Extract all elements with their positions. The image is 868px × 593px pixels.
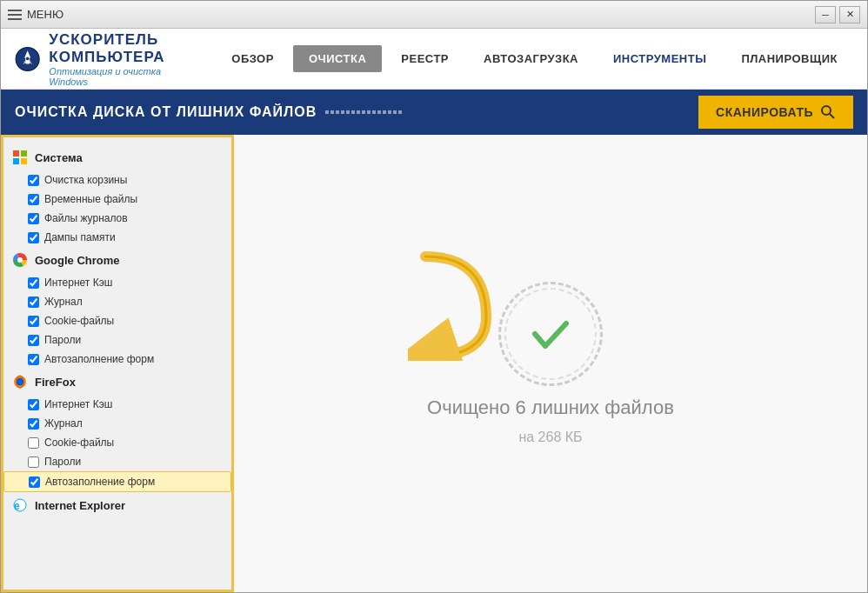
svg-rect-11 [21, 158, 27, 164]
sidebar-list[interactable]: Система Очистка корзины Временные файлы … [3, 137, 231, 590]
app-header: УСКОРИТЕЛЬ КОМПЬЮТЕРА Оптимизация и очис… [1, 29, 867, 90]
tab-clean[interactable]: ОЧИСТКА [293, 45, 382, 72]
search-icon [820, 104, 836, 120]
svg-point-5 [26, 57, 30, 60]
svg-rect-9 [21, 150, 27, 157]
chrome-icon [12, 252, 28, 268]
result-main-text: Очищено 6 лишних файлов [427, 396, 674, 419]
scan-button[interactable]: СКАНИРОВАТЬ [698, 96, 853, 129]
list-item[interactable]: Очистка корзины [3, 170, 231, 190]
checkmark-icon [524, 308, 577, 360]
svg-point-13 [17, 257, 23, 263]
close-button[interactable]: ✕ [839, 6, 860, 23]
svg-point-15 [17, 378, 24, 386]
main-content: Система Очистка корзины Временные файлы … [1, 135, 867, 592]
svg-line-7 [830, 114, 834, 118]
category-system[interactable]: Система [3, 144, 231, 170]
tab-registry[interactable]: РЕЕСТР [385, 45, 464, 72]
rocket-icon [15, 38, 40, 80]
nav-tabs: ОБЗОР ОЧИСТКА РЕЕСТР АВТОЗАГРУЗКА ИНСТРУ… [216, 45, 853, 72]
list-item[interactable]: Файлы журналов [3, 209, 231, 228]
list-item[interactable]: Cookie-файлы [3, 433, 231, 452]
list-item[interactable]: Интернет Кэш [3, 273, 231, 292]
ie-icon: e [12, 497, 28, 513]
page-title: ОЧИСТКА ДИСКА ОТ ЛИШНИХ ФАЙЛОВ [15, 104, 402, 120]
hamburger-icon[interactable] [8, 10, 22, 20]
tab-overview[interactable]: ОБЗОР [216, 45, 290, 72]
right-panel: Очищено 6 лишних файлов на 268 КБ [234, 135, 867, 592]
list-item-highlighted[interactable]: Автозаполнение форм [3, 471, 231, 492]
tab-scheduler[interactable]: ПЛАНИРОВЩИК [725, 45, 853, 72]
svg-text:e: e [14, 500, 20, 512]
list-item[interactable]: Дампы памяти [3, 228, 231, 247]
windows-icon [12, 150, 28, 165]
result-area: Очищено 6 лишних файлов на 268 КБ [427, 282, 674, 445]
list-item[interactable]: Cookie-файлы [3, 311, 231, 330]
category-chrome[interactable]: Google Chrome [3, 247, 231, 273]
category-firefox[interactable]: FireFox [3, 369, 231, 395]
minimize-button[interactable]: ─ [815, 6, 836, 23]
app-title: УСКОРИТЕЛЬ КОМПЬЮТЕРА [49, 31, 190, 66]
result-checkmark-circle [498, 282, 603, 386]
svg-point-6 [822, 106, 831, 115]
main-window: МЕНЮ ─ ✕ УСКОРИТЕЛЬ КОМПЬЮТЕРА Оптимизац… [0, 0, 868, 593]
svg-rect-10 [13, 158, 19, 164]
title-bar-left: МЕНЮ [8, 8, 63, 21]
app-subtitle: Оптимизация и очистка Windows [49, 66, 190, 87]
window-title: МЕНЮ [27, 8, 63, 21]
list-item[interactable]: Автозаполнение форм [3, 350, 231, 369]
page-header: ОЧИСТКА ДИСКА ОТ ЛИШНИХ ФАЙЛОВ СКАНИРОВА… [1, 90, 867, 135]
svg-rect-8 [13, 150, 19, 157]
title-bar: МЕНЮ ─ ✕ [1, 1, 867, 29]
title-bar-controls: ─ ✕ [815, 6, 860, 23]
tab-tools[interactable]: ИНСТРУМЕНТЫ [598, 45, 722, 72]
list-item[interactable]: Журнал [3, 292, 231, 311]
firefox-icon [12, 374, 28, 390]
list-item[interactable]: Журнал [3, 414, 231, 433]
result-sub-text: на 268 КБ [518, 430, 582, 445]
tab-autostart[interactable]: АВТОЗАГРУЗКА [468, 45, 594, 72]
sidebar: Система Очистка корзины Временные файлы … [1, 135, 234, 592]
list-item[interactable]: Пароли [3, 452, 231, 471]
list-item[interactable]: Временные файлы [3, 190, 231, 209]
category-ie[interactable]: e Internet Explorer [3, 492, 231, 518]
app-title-block: УСКОРИТЕЛЬ КОМПЬЮТЕРА Оптимизация и очис… [49, 31, 190, 87]
progress-dots [325, 110, 402, 114]
list-item[interactable]: Интернет Кэш [3, 395, 231, 414]
list-item[interactable]: Пароли [3, 330, 231, 350]
app-logo: УСКОРИТЕЛЬ КОМПЬЮТЕРА Оптимизация и очис… [15, 31, 190, 87]
